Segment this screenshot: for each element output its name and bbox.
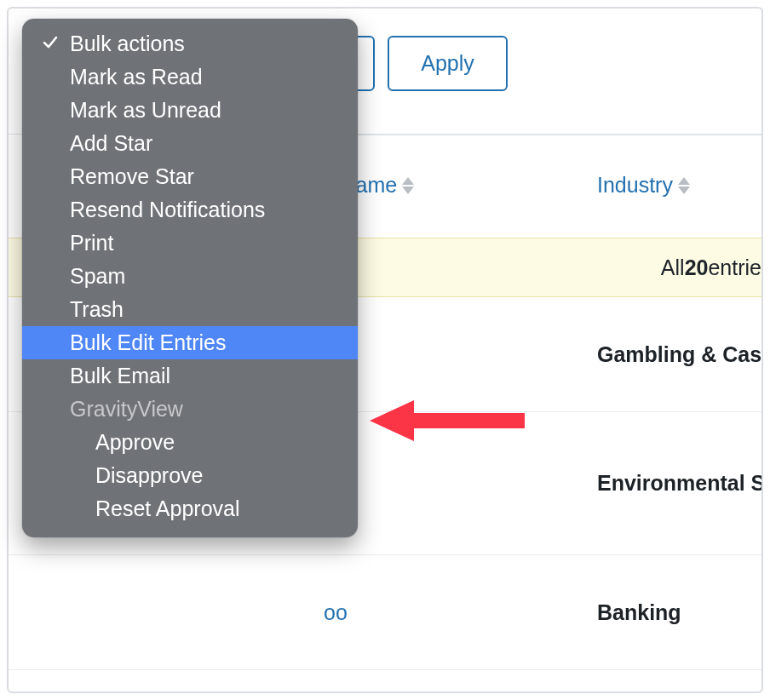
dropdown-item-label: Print (70, 231, 113, 255)
bulk-actions-dropdown[interactable]: Bulk actions Mark as Read Mark as Unread… (22, 19, 358, 537)
sort-icon (402, 177, 414, 194)
dropdown-item-label: Remove Star (70, 164, 194, 189)
cell-industry: Gambling & Casi (597, 342, 763, 367)
dropdown-item-bulk-actions[interactable]: Bulk actions (22, 27, 358, 60)
banner-suffix: entrie (708, 255, 761, 280)
svg-marker-0 (402, 177, 414, 185)
dropdown-item-remove-star[interactable]: Remove Star (22, 160, 358, 193)
dropdown-item-label: Bulk Edit Entries (70, 330, 226, 355)
banner-prefix: All (661, 255, 685, 280)
dropdown-item-spam[interactable]: Spam (22, 260, 358, 293)
dropdown-item-print[interactable]: Print (22, 227, 358, 260)
svg-marker-3 (678, 186, 690, 194)
dropdown-item-label: Spam (70, 264, 125, 289)
dropdown-item-label: Disapprove (95, 463, 203, 488)
dropdown-item-approve[interactable]: Approve (22, 426, 358, 459)
dropdown-group-gravityview: GravityView (22, 393, 358, 426)
cell-industry: Banking (597, 600, 681, 625)
dropdown-item-label: Mark as Read (70, 65, 203, 89)
dropdown-item-mark-as-unread[interactable]: Mark as Unread (22, 94, 358, 127)
svg-marker-1 (402, 186, 414, 194)
dropdown-item-bulk-email[interactable]: Bulk Email (22, 359, 358, 393)
dropdown-item-resend-notifications[interactable]: Resend Notifications (22, 193, 358, 227)
dropdown-item-label: Bulk actions (70, 32, 185, 56)
dropdown-item-disapprove[interactable]: Disapprove (22, 459, 358, 492)
apply-button[interactable]: Apply (388, 36, 508, 91)
column-header-industry-label: Industry (597, 173, 673, 198)
dropdown-item-label: Resend Notifications (70, 198, 265, 222)
check-icon (43, 31, 58, 55)
svg-marker-2 (678, 177, 690, 185)
dropdown-item-label: Trash (70, 297, 124, 322)
banner-count: 20 (685, 255, 709, 280)
dropdown-item-label: Bulk Email (70, 364, 170, 388)
sort-icon (678, 177, 690, 194)
table-row[interactable]: oo Banking (9, 555, 761, 670)
dropdown-item-mark-as-read[interactable]: Mark as Read (22, 60, 358, 94)
dropdown-item-add-star[interactable]: Add Star (22, 127, 358, 160)
column-header-industry[interactable]: Industry (597, 173, 690, 198)
dropdown-item-trash[interactable]: Trash (22, 293, 358, 326)
dropdown-item-label: Approve (95, 430, 175, 455)
dropdown-item-label: Reset Approval (95, 496, 240, 521)
dropdown-item-bulk-edit-entries[interactable]: Bulk Edit Entries (22, 326, 358, 359)
cell-name: oo (324, 600, 348, 625)
cell-industry: Environmental S (597, 471, 763, 496)
dropdown-item-label: Add Star (70, 131, 152, 156)
dropdown-item-label: Mark as Unread (70, 98, 221, 123)
dropdown-item-reset-approval[interactable]: Reset Approval (22, 492, 358, 525)
dropdown-item-label: GravityView (70, 397, 183, 422)
